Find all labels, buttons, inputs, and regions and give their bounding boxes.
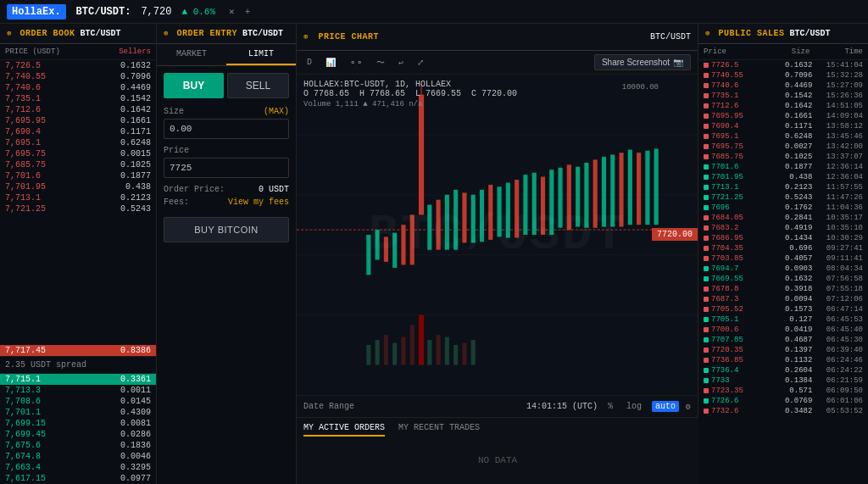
svg-rect-42 [384,335,388,364]
ps-row[interactable]: 7735.1 0.1542 15:26:36 [698,91,868,101]
ob-buy-row[interactable]: 7,699.450.0286 [0,429,156,440]
ps-dot [704,175,709,180]
ps-row[interactable]: 7740.55 0.7096 15:32:28 [698,70,868,81]
ob-buy-row[interactable]: 7,663.40.3295 [0,462,156,473]
ps-price: 7696 [711,203,762,212]
bar-chart-icon[interactable]: ⚬⚬ [346,56,366,70]
add-tab-icon[interactable]: + [245,7,251,17]
ob-sell-row[interactable]: 7,712.60.1642 [0,104,156,115]
y-axis-top: 10000.00 [622,83,659,92]
ob-sell-row[interactable]: 7,726.50.1632 [0,60,156,71]
order-book-panel: ⊛ ORDER BOOK BTC/USDT PRICE (USDT) Selle… [0,24,157,484]
ps-row[interactable]: 7669.55 0.1632 07:56:58 [698,274,868,284]
ps-row[interactable]: 7701.6 0.1877 12:36:14 [698,162,868,172]
ps-row[interactable]: 7696 0.1762 11:04:36 [698,203,868,213]
ps-row[interactable]: 7678.8 0.3918 07:55:18 [698,284,868,294]
top-change: ▲ 0.6% [181,7,215,17]
ps-row[interactable]: 7707.85 0.4687 06:45:30 [698,335,868,345]
ps-row[interactable]: 7723.35 0.571 06:09:50 [698,386,868,396]
tab-market[interactable]: MARKET [157,44,226,65]
ps-dot [704,297,709,302]
ps-row[interactable]: 7684.05 0.2841 10:35:17 [698,213,868,223]
buy-bitcoin-button[interactable]: BUY BITCOIN [164,217,289,242]
ps-row[interactable]: 7736.4 0.2604 06:24:22 [698,365,868,376]
tab-active-orders[interactable]: MY ACTIVE ORDERS [303,423,385,437]
ps-row[interactable]: 7740.6 0.4469 15:27:09 [698,81,868,91]
ps-row[interactable]: 7720.35 0.1397 06:39:40 [698,345,868,355]
svg-rect-24 [523,175,527,235]
candlestick-icon[interactable]: 📊 [322,56,339,70]
undo-icon[interactable]: ↩ [395,56,407,70]
ps-row[interactable]: 7701.95 0.438 12:36:04 [698,172,868,182]
ob-sell-row[interactable]: 7,735.10.1542 [0,93,156,104]
ps-row[interactable]: 7712.6 0.1642 14:51:05 [698,101,868,111]
ps-row[interactable]: 7721.25 0.5243 11:47:26 [698,192,868,203]
settings-icon[interactable]: ⚙ [686,402,691,412]
price-input[interactable] [164,158,289,178]
tab-recent-trades[interactable]: MY RECENT TRADES [398,423,480,437]
percent-button[interactable]: % [604,401,616,412]
ob-sell-row[interactable]: 7,721.250.5243 [0,203,156,214]
ps-row[interactable]: 7703.85 0.4057 09:11:41 [698,253,868,264]
ps-time: 06:47:14 [812,305,863,314]
ob-sell-row[interactable]: 7,695.750.0015 [0,148,156,159]
ps-row[interactable]: 7726.5 0.1632 15:41:04 [698,60,868,70]
fees-link[interactable]: View my fees [228,197,289,207]
log-button[interactable]: log [623,401,645,412]
share-screenshot-button[interactable]: Share Screenshot 📷 [594,54,691,70]
ps-row[interactable]: 7695.1 0.6248 13:45:46 [698,131,868,142]
ob-sell-row[interactable]: 7,695.950.1661 [0,115,156,126]
ob-sell-row[interactable]: 7,685.750.1025 [0,159,156,170]
ps-row[interactable]: 7695.75 0.0027 13:42:00 [698,142,868,152]
ob-sell-row[interactable]: 7,740.550.7096 [0,71,156,82]
ob-sell-row[interactable]: 7,695.10.6248 [0,137,156,148]
ps-row[interactable]: 7683.2 0.4919 10:35:10 [698,223,868,233]
ps-time: 09:27:41 [812,244,863,253]
ps-row[interactable]: 7685.75 0.1025 13:37:07 [698,152,868,162]
ps-row[interactable]: 7705.1 0.127 06:45:53 [698,314,868,325]
ps-price: 7703.85 [711,254,762,263]
ps-row[interactable]: 7733 0.1384 06:21:59 [698,376,868,386]
ob-buy-row[interactable]: 7,617.150.0977 [0,473,156,484]
buy-button[interactable]: BUY [164,73,224,98]
d-button[interactable]: D [303,56,315,69]
ob-buy-price: 7,675.6 [5,441,78,450]
size-input[interactable] [164,119,289,139]
line-chart-icon[interactable]: 〜 [373,55,388,70]
ob-highlighted-buy-row[interactable]: 7,715.10.3361 [0,374,156,385]
ob-buy-row[interactable]: 7,701.10.4309 [0,407,156,418]
max-link[interactable]: (MAX) [264,107,289,116]
order-price-label: Order Price: [164,185,225,194]
ps-size: 0.1661 [762,112,813,120]
ps-row[interactable]: 7705.52 0.1573 06:47:14 [698,304,868,314]
ob-buy-row[interactable]: 7,708.60.0145 [0,396,156,407]
ob-sell-row[interactable]: 7,701.950.438 [0,181,156,192]
ob-sell-row[interactable]: 7,713.10.2123 [0,192,156,203]
ps-row[interactable]: 7690.4 0.1171 13:58:12 [698,121,868,131]
ob-sell-row[interactable]: 7,701.60.1877 [0,170,156,181]
ob-buy-row[interactable]: 7,699.150.0081 [0,418,156,429]
tab-limit[interactable]: LIMIT [226,44,296,65]
ob-buy-row[interactable]: 7,674.80.0046 [0,451,156,462]
ps-row[interactable]: 7732.6 0.3482 05:53:52 [698,406,868,416]
ps-row[interactable]: 7695.95 0.1661 14:09:04 [698,111,868,121]
ps-row[interactable]: 7713.1 0.2123 11:57:55 [698,182,868,192]
ob-sell-row[interactable]: 7,690.40.1171 [0,126,156,137]
ob-sell-row[interactable]: 7,740.60.4469 [0,82,156,93]
auto-button[interactable]: auto [652,401,679,412]
ps-price: 7732.6 [711,407,762,415]
sell-button[interactable]: SELL [227,73,289,98]
close-icon[interactable]: ✕ [229,6,235,17]
ps-row[interactable]: 7726.6 0.0769 06:01:06 [698,396,868,406]
ob-buy-row[interactable]: 7,713.30.0011 [0,385,156,396]
ob-buy-row[interactable]: 7,675.60.1836 [0,440,156,451]
ps-row[interactable]: 7694.7 0.0903 08:04:34 [698,264,868,274]
ob-highlighted-sell-row[interactable]: 7,717.45 0.8386 [0,345,156,356]
ps-row[interactable]: 7736.85 0.1132 06:24:46 [698,355,868,365]
ps-row[interactable]: 7700.6 0.0419 06:45:40 [698,325,868,335]
ps-row[interactable]: 7686.95 0.1434 10:30:29 [698,233,868,243]
ps-row[interactable]: 7704.35 0.696 09:27:41 [698,243,868,253]
ps-row[interactable]: 7687.3 0.0094 07:12:06 [698,294,868,304]
expand-icon[interactable]: ⤢ [414,56,427,70]
ps-size: 0.1573 [762,305,813,314]
